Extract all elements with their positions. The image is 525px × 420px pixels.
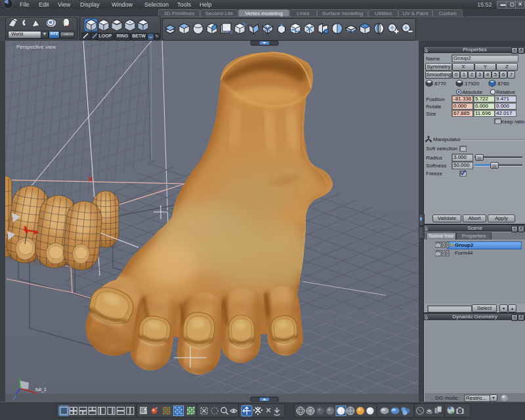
svg-text:Perspective view: Perspective view bbox=[16, 44, 56, 50]
svg-text:17920: 17920 bbox=[465, 81, 480, 87]
svg-text:8770: 8770 bbox=[434, 81, 446, 87]
svg-text:full_1: full_1 bbox=[35, 387, 47, 392]
svg-text:8760: 8760 bbox=[497, 81, 509, 87]
